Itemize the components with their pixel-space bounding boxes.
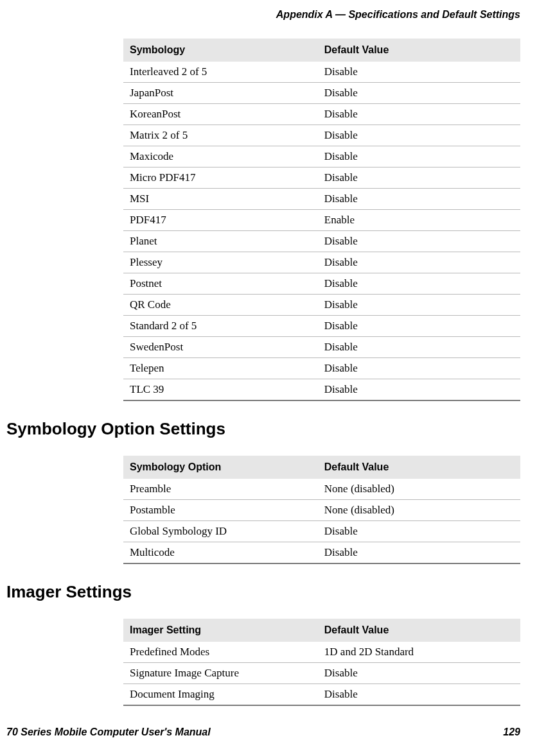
table-cell: 1D and 2D Standard [318, 642, 520, 663]
table-row: PlesseyDisable [123, 252, 520, 273]
table-cell: Disable [318, 358, 520, 379]
table-row: SwedenPostDisable [123, 337, 520, 358]
table-row: TelepenDisable [123, 358, 520, 379]
table-cell: Disable [318, 125, 520, 146]
table-cell: Disable [318, 521, 520, 542]
table-cell: Telepen [123, 358, 318, 379]
table-row: Signature Image CaptureDisable [123, 663, 520, 684]
footer-manual-title: 70 Series Mobile Computer User's Manual [6, 726, 211, 738]
table-cell: Disable [318, 273, 520, 295]
table-cell: Global Symbology ID [123, 521, 318, 542]
table-cell: Disable [318, 83, 520, 104]
table-cell: Disable [318, 316, 520, 337]
symbology-option-table-wrap: Symbology Option Default Value PreambleN… [123, 456, 520, 564]
table-cell: Planet [123, 231, 318, 252]
table-cell: Predefined Modes [123, 642, 318, 663]
table-cell: Disable [318, 168, 520, 189]
table-cell: Disable [318, 542, 520, 564]
table-cell: PDF417 [123, 210, 318, 231]
table-row: KoreanPostDisable [123, 104, 520, 125]
symbology-option-table-header-1: Symbology Option [123, 456, 318, 479]
symbology-option-table: Symbology Option Default Value PreambleN… [123, 456, 520, 564]
table-cell: Disable [318, 231, 520, 252]
table-row: JapanPostDisable [123, 83, 520, 104]
table-cell: None (disabled) [318, 500, 520, 521]
table-row: PDF417Enable [123, 210, 520, 231]
table-cell: Disable [318, 104, 520, 125]
table-cell: Disable [318, 337, 520, 358]
symbology-table: Symbology Default Value Interleaved 2 of… [123, 39, 520, 401]
table-cell: Disable [318, 62, 520, 83]
imager-table-wrap: Imager Setting Default Value Predefined … [123, 619, 520, 706]
table-cell: KoreanPost [123, 104, 318, 125]
table-row: Predefined Modes1D and 2D Standard [123, 642, 520, 663]
imager-table: Imager Setting Default Value Predefined … [123, 619, 520, 706]
table-row: MulticodeDisable [123, 542, 520, 564]
table-cell: Disable [318, 252, 520, 273]
table-cell: Disable [318, 663, 520, 684]
table-cell: Interleaved 2 of 5 [123, 62, 318, 83]
page-footer: 70 Series Mobile Computer User's Manual … [6, 726, 520, 738]
table-cell: Preamble [123, 479, 318, 500]
table-row: TLC 39Disable [123, 379, 520, 401]
table-cell: Document Imaging [123, 684, 318, 706]
imager-table-header-2: Default Value [318, 619, 520, 642]
table-row: MaxicodeDisable [123, 146, 520, 168]
table-cell: Disable [318, 295, 520, 316]
table-cell: Disable [318, 189, 520, 210]
table-cell: QR Code [123, 295, 318, 316]
table-row: Document ImagingDisable [123, 684, 520, 706]
table-cell: Disable [318, 146, 520, 168]
table-cell: Postnet [123, 273, 318, 295]
table-cell: Plessey [123, 252, 318, 273]
footer-page-number: 129 [503, 726, 520, 738]
table-row: MSIDisable [123, 189, 520, 210]
table-row: PlanetDisable [123, 231, 520, 252]
symbology-option-table-header-2: Default Value [318, 456, 520, 479]
table-cell: Matrix 2 of 5 [123, 125, 318, 146]
table-cell: TLC 39 [123, 379, 318, 401]
table-row: PostambleNone (disabled) [123, 500, 520, 521]
table-row: Global Symbology IDDisable [123, 521, 520, 542]
table-row: Standard 2 of 5Disable [123, 316, 520, 337]
table-cell: Micro PDF417 [123, 168, 318, 189]
table-cell: Disable [318, 379, 520, 401]
table-row: Interleaved 2 of 5Disable [123, 62, 520, 83]
table-row: PostnetDisable [123, 273, 520, 295]
table-row: Matrix 2 of 5Disable [123, 125, 520, 146]
table-cell: MSI [123, 189, 318, 210]
table-cell: Postamble [123, 500, 318, 521]
table-cell: Disable [318, 684, 520, 706]
table-cell: Standard 2 of 5 [123, 316, 318, 337]
table-row: Micro PDF417Disable [123, 168, 520, 189]
imager-table-header-1: Imager Setting [123, 619, 318, 642]
table-cell: None (disabled) [318, 479, 520, 500]
symbology-table-wrap: Symbology Default Value Interleaved 2 of… [123, 39, 520, 401]
page-header: Appendix A — Specifications and Default … [6, 9, 520, 21]
symbology-table-header-1: Symbology [123, 39, 318, 62]
table-cell: JapanPost [123, 83, 318, 104]
table-cell: Maxicode [123, 146, 318, 168]
table-cell: Enable [318, 210, 520, 231]
symbology-table-header-2: Default Value [318, 39, 520, 62]
table-cell: Multicode [123, 542, 318, 564]
section-heading-imager: Imager Settings [6, 582, 520, 602]
table-cell: Signature Image Capture [123, 663, 318, 684]
table-row: QR CodeDisable [123, 295, 520, 316]
section-heading-symbology-option: Symbology Option Settings [6, 419, 520, 439]
table-row: PreambleNone (disabled) [123, 479, 520, 500]
table-cell: SwedenPost [123, 337, 318, 358]
